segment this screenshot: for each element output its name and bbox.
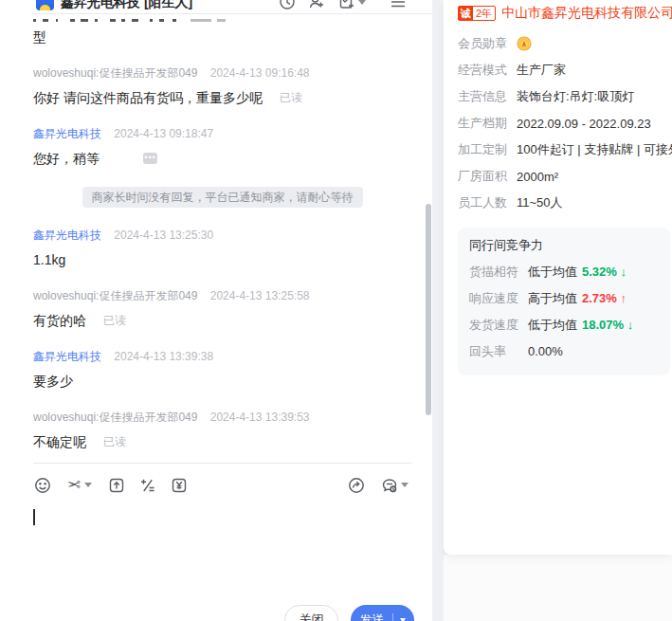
message-text: 1.1kg (33, 251, 65, 268)
chat-message: 鑫昇光电科技 2024-4-13 09:18:47 您好，稍等 ••• (33, 126, 411, 167)
read-status: 已读 (103, 433, 126, 450)
metric-value: 0.00% (528, 343, 563, 360)
create-task-caret-icon[interactable] (358, 0, 366, 5)
sender-name[interactable]: 鑫昇光电科技 (33, 350, 101, 363)
field-row: 主营信息 装饰台灯:吊灯:吸顶灯 (458, 83, 672, 110)
field-label: 厂房面积 (458, 168, 507, 185)
composer: ✂ (0, 463, 432, 621)
add-contact-icon[interactable] (308, 0, 325, 10)
message-time: 2024-4-13 13:25:58 (210, 289, 310, 302)
chat-message: 鑫昇光电科技 2024-4-13 13:25:30 1.1kg (33, 228, 411, 268)
company-panel: 诚 2年 中山市鑫昇光电科技有限公司 会员勋章 经营模式 生产厂家 主营信息 装… (444, 0, 672, 555)
text-cursor (33, 509, 35, 525)
composer-divider (33, 463, 412, 464)
field-row: 经营模式 生产厂家 (458, 57, 672, 83)
emoji-icon[interactable] (33, 476, 52, 495)
message-more-icon[interactable]: ••• (143, 153, 157, 164)
composer-toolbar: ✂ (33, 476, 412, 495)
message-text: 要多少 (33, 373, 73, 390)
field-label: 生产档期 (458, 115, 507, 132)
chat-panel: 鑫昇光电科技 [陌生人] (0, 0, 432, 621)
history-icon[interactable] (279, 0, 296, 10)
contact-avatar[interactable] (36, 0, 54, 10)
send-options-caret-icon[interactable] (400, 618, 406, 621)
metric-value: 2.73% ↑ (582, 290, 627, 307)
competitiveness-box: 同行间竞争力 货描相符 低于均值 5.32% ↓ 响应速度 高于均值 2.73%… (458, 228, 670, 375)
message-time: 2024-4-13 13:25:30 (114, 228, 213, 242)
field-value: 100件起订 | 支持贴牌 | 可接外贸 (517, 141, 672, 158)
message-time: 2024-4-13 09:18:47 (114, 127, 213, 140)
metric-label: 货描相符 (469, 264, 518, 281)
partial-message: 型 (33, 17, 411, 46)
message-time: 2024-4-13 13:39:38 (114, 350, 213, 363)
cheng-badge-icon: 诚 (459, 7, 473, 20)
forward-icon[interactable] (347, 476, 366, 495)
field-value: 装饰台灯:吊灯:吸顶灯 (517, 88, 634, 105)
close-button[interactable]: 关闭 (284, 605, 338, 621)
field-value: 2000m² (517, 170, 558, 184)
message-text: 你好 请问这件商品有货吗，重量多少呢 (33, 89, 263, 106)
quick-reply-icon[interactable] (380, 476, 399, 495)
send-button-divider (392, 613, 393, 621)
message-text: 型 (33, 28, 411, 46)
company-name[interactable]: 中山市鑫昇光电科技有限公司 (501, 5, 672, 22)
badge-years: 2年 (473, 7, 495, 20)
metric-label: 回头率 (469, 343, 518, 360)
field-label: 会员勋章 (458, 35, 507, 52)
message-input[interactable] (33, 504, 412, 561)
message-text: 有货的哈 (33, 312, 86, 329)
sender-name: woloveshuqi:促佳搜品开发部049 (33, 66, 197, 80)
field-row: 员工人数 11~50人 (458, 190, 672, 216)
field-value: 生产厂家 (517, 62, 566, 79)
screenshot-icon[interactable]: ✂ (64, 476, 83, 495)
sender-name: woloveshuqi:促佳搜品开发部049 (33, 411, 197, 424)
read-status: 已读 (103, 312, 126, 329)
field-value: 11~50人 (517, 194, 563, 211)
chat-message: woloveshuqi:促佳搜品开发部049 2024-4-13 09:16:4… (33, 65, 411, 106)
menu-icon[interactable] (390, 0, 407, 10)
metric-value: 18.07% ↓ (582, 317, 633, 334)
upload-file-icon[interactable] (107, 476, 126, 495)
message-list[interactable]: 型 woloveshuqi:促佳搜品开发部049 2024-4-13 09:16… (0, 14, 432, 463)
chengxintong-badge: 诚 2年 (458, 6, 496, 21)
field-label: 加工定制 (458, 141, 507, 158)
quote-icon[interactable] (138, 476, 157, 495)
field-row: 生产档期 2022.09.09 - 2022.09.23 (458, 110, 672, 137)
field-row: 加工定制 100件起订 | 支持贴牌 | 可接外贸 (458, 137, 672, 163)
header-divider (31, 13, 432, 14)
field-label: 员工人数 (458, 194, 507, 211)
metric-prefix: 高于均值 (528, 290, 577, 307)
competitiveness-row: 响应速度 高于均值 2.73% ↑ (469, 290, 659, 307)
send-button-label: 发送 (360, 612, 385, 621)
screenshot-caret-icon[interactable] (84, 483, 92, 487)
metric-value: 5.32% ↓ (582, 264, 627, 281)
field-value: 2022.09.09 - 2022.09.23 (517, 117, 651, 131)
send-button[interactable]: 发送 (351, 605, 414, 621)
quick-reply-caret-icon[interactable] (401, 483, 409, 487)
metric-prefix: 低于均值 (528, 317, 577, 334)
field-row: 厂房面积 2000m² (458, 163, 672, 190)
metric-prefix: 低于均值 (528, 264, 577, 281)
sender-name[interactable]: 鑫昇光电科技 (33, 228, 101, 242)
clipped-text-line (33, 17, 411, 24)
field-label: 经营模式 (458, 62, 507, 79)
transaction-icon[interactable] (170, 476, 189, 495)
chat-scrollbar[interactable] (426, 204, 431, 415)
message-time: 2024-4-13 13:39:53 (210, 411, 310, 424)
message-text: 您好，稍等 (33, 150, 100, 167)
chat-message: 鑫昇光电科技 2024-4-13 13:39:38 要多少 (33, 349, 411, 390)
chat-message: woloveshuqi:促佳搜品开发部049 2024-4-13 13:25:5… (33, 288, 411, 329)
screen: 鑫昇光电科技 [陌生人] (0, 0, 672, 621)
metric-label: 响应速度 (469, 290, 518, 307)
create-task-icon[interactable] (338, 0, 355, 10)
medal-icon (517, 36, 532, 51)
message-text: 不确定呢 (33, 433, 86, 450)
competitiveness-row: 发货速度 低于均值 18.07% ↓ (469, 317, 659, 334)
contact-title: 鑫昇光电科技 [陌生人] (61, 0, 192, 11)
chat-header: 鑫昇光电科技 [陌生人] (0, 0, 432, 13)
metric-label: 发货速度 (469, 317, 518, 334)
field-label: 主营信息 (458, 88, 507, 105)
sender-name[interactable]: 鑫昇光电科技 (33, 127, 101, 140)
system-notice: 商家长时间没有回复，平台已通知商家，请耐心等待 (82, 187, 363, 208)
competitiveness-row: 货描相符 低于均值 5.32% ↓ (469, 264, 659, 281)
